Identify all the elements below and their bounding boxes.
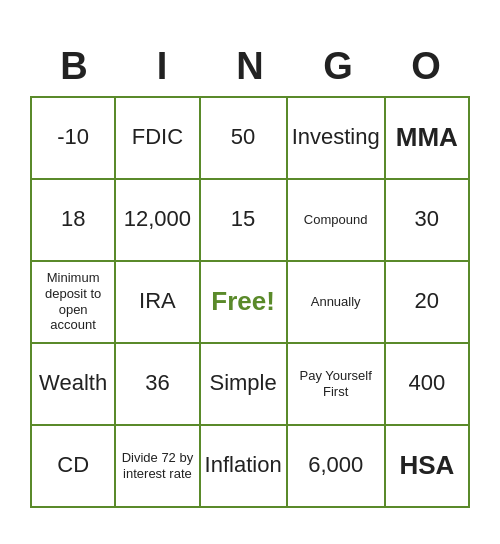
cell-r0-c3: Investing xyxy=(288,98,386,180)
bingo-card: BINGO -10FDIC50InvestingMMA1812,00015Com… xyxy=(20,27,480,518)
cell-r4-c1: Divide 72 by interest rate xyxy=(116,426,200,508)
cell-r4-c3: 6,000 xyxy=(288,426,386,508)
cell-r4-c0: CD xyxy=(32,426,116,508)
cell-r3-c4: 400 xyxy=(386,344,470,426)
cell-r4-c4: HSA xyxy=(386,426,470,508)
bingo-header: BINGO xyxy=(30,37,470,96)
cell-r4-c2: Inflation xyxy=(201,426,288,508)
cell-r2-c4: 20 xyxy=(386,262,470,344)
cell-r1-c4: 30 xyxy=(386,180,470,262)
cell-r2-c0: Minimum deposit to open account xyxy=(32,262,116,344)
cell-r3-c2: Simple xyxy=(201,344,288,426)
cell-r3-c3: Pay Yourself First xyxy=(288,344,386,426)
cell-r2-c1: IRA xyxy=(116,262,200,344)
header-letter: I xyxy=(118,37,206,96)
cell-r3-c0: Wealth xyxy=(32,344,116,426)
cell-r1-c0: 18 xyxy=(32,180,116,262)
cell-r0-c4: MMA xyxy=(386,98,470,180)
cell-r1-c1: 12,000 xyxy=(116,180,200,262)
cell-r0-c2: 50 xyxy=(201,98,288,180)
cell-r0-c1: FDIC xyxy=(116,98,200,180)
cell-r2-c2: Free! xyxy=(201,262,288,344)
cell-r1-c2: 15 xyxy=(201,180,288,262)
cell-r0-c0: -10 xyxy=(32,98,116,180)
header-letter: B xyxy=(30,37,118,96)
cell-r3-c1: 36 xyxy=(116,344,200,426)
header-letter: N xyxy=(206,37,294,96)
header-letter: G xyxy=(294,37,382,96)
bingo-grid: -10FDIC50InvestingMMA1812,00015Compound3… xyxy=(30,96,470,508)
header-letter: O xyxy=(382,37,470,96)
cell-r2-c3: Annually xyxy=(288,262,386,344)
cell-r1-c3: Compound xyxy=(288,180,386,262)
